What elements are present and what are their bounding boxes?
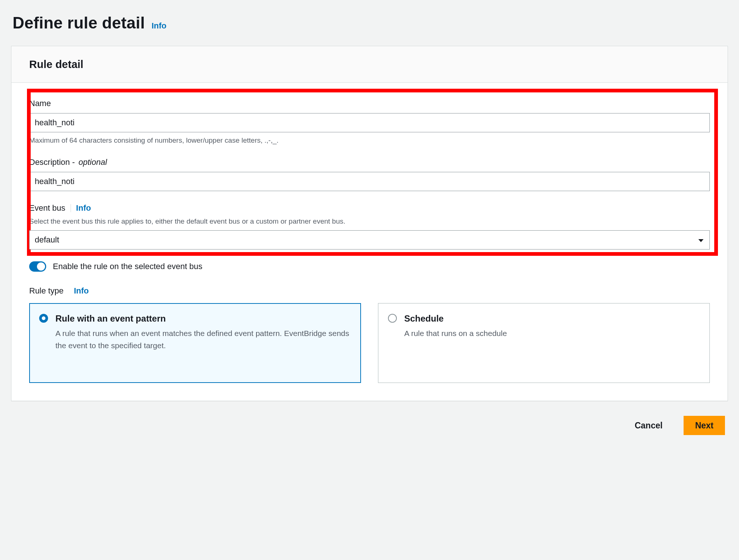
page-info-link[interactable]: Info	[151, 20, 166, 32]
event-bus-label: Event bus	[29, 202, 65, 214]
event-bus-select-wrap	[29, 230, 710, 250]
event-bus-info-link[interactable]: Info	[76, 202, 91, 214]
description-label: Description - optional	[29, 156, 710, 168]
rule-type-label-row: Rule type Info	[29, 285, 710, 297]
rule-type-options: Rule with an event pattern A rule that r…	[29, 303, 710, 383]
page-root: Define rule detail Info Rule detail Name…	[0, 0, 739, 560]
rule-detail-card: Rule detail Name Maximum of 64 character…	[11, 46, 728, 401]
page-title: Define rule detail	[13, 11, 145, 35]
tile-title: Rule with an event pattern	[55, 312, 351, 325]
enable-rule-toggle[interactable]	[29, 261, 46, 272]
name-label: Name	[29, 98, 710, 109]
tile-content: Rule with an event pattern A rule that r…	[55, 312, 351, 373]
rule-type-tile-event-pattern[interactable]: Rule with an event pattern A rule that r…	[29, 303, 361, 383]
card-body: Name Maximum of 64 characters consisting…	[11, 83, 728, 401]
tile-desc: A rule that runs when an event matches t…	[55, 327, 351, 352]
radio-icon	[388, 314, 397, 323]
card-header: Rule detail	[11, 46, 728, 83]
name-input[interactable]	[29, 113, 710, 132]
event-bus-label-row: Event bus Info	[29, 202, 710, 214]
description-optional: optional	[78, 156, 107, 168]
next-button[interactable]: Next	[684, 416, 725, 435]
description-input[interactable]	[29, 172, 710, 191]
tile-content: Schedule A rule that runs on a schedule	[404, 312, 700, 373]
page-header: Define rule detail Info	[11, 11, 728, 35]
toggle-knob	[37, 262, 45, 271]
cancel-button[interactable]: Cancel	[623, 416, 674, 435]
field-description: Description - optional	[29, 156, 710, 191]
wizard-actions: Cancel Next	[11, 416, 728, 435]
label-divider	[71, 204, 71, 212]
enable-rule-label: Enable the rule on the selected event bu…	[53, 261, 202, 272]
name-hint: Maximum of 64 characters consisting of n…	[29, 135, 710, 146]
field-name: Name Maximum of 64 characters consisting…	[29, 98, 710, 145]
tile-title: Schedule	[404, 312, 700, 325]
event-bus-select[interactable]	[29, 230, 710, 250]
rule-type-info-link[interactable]: Info	[74, 285, 89, 297]
radio-icon	[39, 314, 48, 323]
rule-type-tile-schedule[interactable]: Schedule A rule that runs on a schedule	[378, 303, 710, 383]
description-label-text: Description -	[29, 156, 75, 168]
event-bus-hint: Select the event bus this rule applies t…	[29, 216, 710, 227]
rule-type-label: Rule type	[29, 285, 64, 297]
enable-rule-row: Enable the rule on the selected event bu…	[29, 261, 710, 272]
field-event-bus: Event bus Info Select the event bus this…	[29, 202, 710, 249]
tile-desc: A rule that runs on a schedule	[404, 327, 700, 340]
